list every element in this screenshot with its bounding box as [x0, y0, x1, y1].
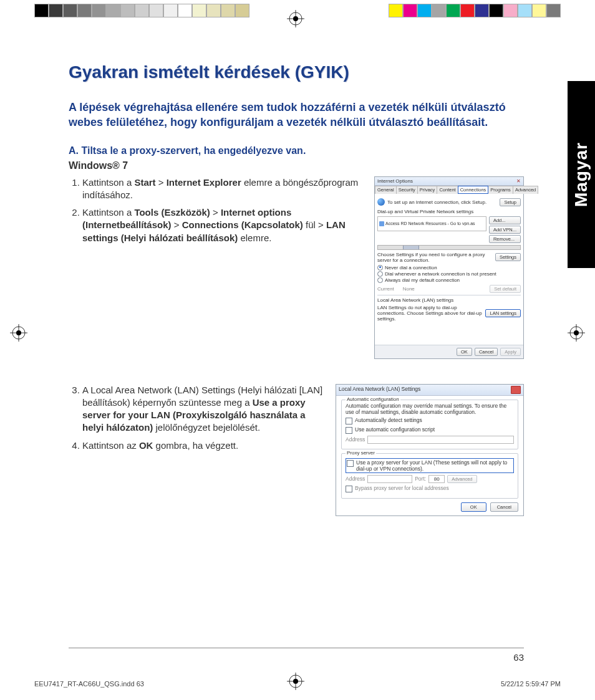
bypass-proxy-checkbox[interactable] [346, 486, 352, 492]
section-header: Dial-up and Virtual Private Network sett… [377, 209, 521, 214]
internet-options-dialog: Internet Options ✕ GeneralSecurityPrivac… [374, 176, 524, 359]
slug-filename: EEU7417_RT-AC66U_QSG.indd 63 [34, 680, 144, 688]
auto-config-script-checkbox[interactable] [346, 427, 352, 434]
registration-mark-icon [10, 324, 27, 342]
tab-general[interactable]: General [375, 186, 397, 194]
group-legend: Automatic configuration [346, 396, 400, 402]
set-default-button[interactable]: Set default [490, 285, 521, 293]
setup-button[interactable]: Setup [500, 198, 521, 206]
add-vpn-button[interactable]: Add VPN... [489, 226, 521, 234]
platform-heading: Windows® 7 [69, 160, 524, 171]
step-2: Kattintson a Tools (Eszközök) > Internet… [82, 206, 362, 244]
page-number: 63 [69, 652, 524, 663]
tab-privacy[interactable]: Privacy [417, 186, 438, 194]
close-icon[interactable]: ✕ [516, 178, 521, 184]
lan-settings-button[interactable]: LAN settings [485, 309, 521, 317]
step-1: Kattintson a Start > Internet Explorer e… [82, 176, 362, 202]
radio-always-dial[interactable] [377, 277, 383, 283]
printer-color-bar-left [34, 4, 249, 16]
step-3: A Local Area Network (LAN) Settings (Hel… [82, 384, 323, 434]
ok-button[interactable]: OK [461, 502, 486, 512]
group-legend: Proxy server [346, 450, 376, 456]
ok-button[interactable]: OK [457, 348, 472, 356]
auto-detect-checkbox[interactable] [346, 418, 352, 424]
footer-rule [69, 648, 524, 648]
step-4: Kattintson az OK gombra, ha végzett. [82, 439, 323, 452]
dialog-title: Local Area Network (LAN) Settings [339, 386, 420, 394]
cancel-button[interactable]: Cancel [490, 502, 518, 512]
lan-settings-dialog: Local Area Network (LAN) Settings Automa… [336, 384, 524, 516]
advanced-button[interactable]: Advanced [447, 475, 476, 483]
dialog-title: Internet Options [377, 178, 413, 184]
horizontal-scrollbar[interactable] [377, 245, 521, 250]
tab-programs[interactable]: Programs [488, 186, 513, 194]
registration-mark-icon [568, 324, 585, 342]
apply-button[interactable]: Apply [500, 348, 521, 356]
tab-advanced[interactable]: Advanced [513, 186, 538, 194]
cancel-button[interactable]: Cancel [475, 348, 498, 356]
tab-content[interactable]: Content [437, 186, 458, 194]
globe-icon [377, 198, 385, 206]
close-icon[interactable] [511, 386, 521, 394]
page-title: Gyakran ismételt kérdések (GYIK) [69, 62, 524, 82]
language-label: Magyar [571, 142, 591, 207]
add-button[interactable]: Add... [489, 216, 521, 224]
section-a-heading: A. Tiltsa le a proxy-szervert, ha engedé… [69, 145, 524, 156]
slug-timestamp: 5/22/12 5:59:47 PM [501, 680, 561, 688]
address-input[interactable] [367, 436, 514, 444]
tab-connections[interactable]: Connections [458, 186, 489, 194]
registration-mark-icon [287, 10, 304, 27]
intro-paragraph: A lépések végrehajtása ellenére sem tudo… [69, 100, 524, 130]
dialup-listbox[interactable]: Access RD Network Resources - Go to vpn.… [377, 216, 486, 231]
proxy-port-input[interactable]: 80 [428, 475, 445, 483]
settings-button[interactable]: Settings [495, 253, 521, 261]
printer-color-bar-right [389, 4, 561, 16]
section-header: Local Area Network (LAN) settings [377, 297, 521, 303]
use-proxy-checkbox[interactable] [347, 460, 354, 467]
remove-button[interactable]: Remove... [489, 235, 521, 243]
language-side-tab: Magyar [568, 81, 595, 268]
radio-dial-when[interactable] [377, 271, 383, 277]
tab-security[interactable]: Security [396, 186, 418, 194]
proxy-address-input[interactable] [367, 475, 412, 483]
radio-never-dial[interactable] [377, 265, 383, 271]
network-icon [379, 221, 384, 226]
